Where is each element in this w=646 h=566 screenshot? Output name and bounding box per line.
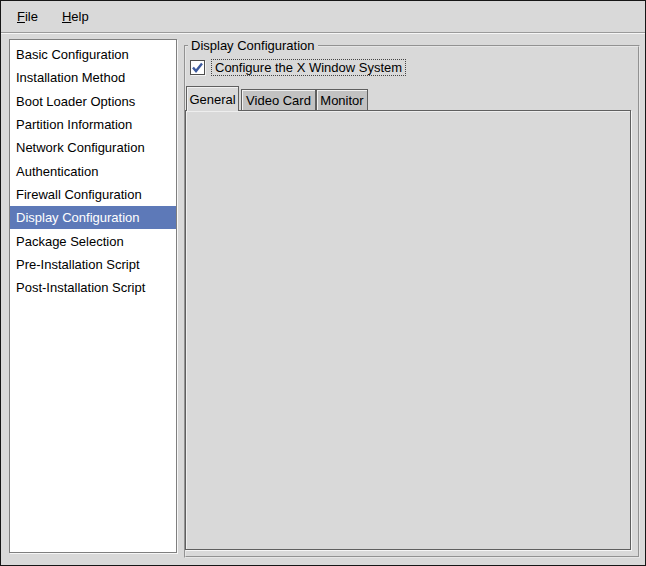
tab-video-card-label: Video Card — [246, 93, 311, 108]
sidebar-item-network-configuration[interactable]: Network Configuration — [10, 136, 176, 159]
menu-help[interactable]: Help — [54, 6, 97, 27]
frame-title: Display Configuration — [188, 38, 318, 53]
menu-file-label: ile — [25, 9, 38, 24]
general-tab-panel — [185, 110, 631, 550]
sidebar-item-partition-information[interactable]: Partition Information — [10, 113, 176, 136]
sidebar-item-package-selection[interactable]: Package Selection — [10, 229, 176, 252]
sidebar-item-display-configuration[interactable]: Display Configuration — [10, 206, 176, 229]
menu-file-mnemonic: F — [17, 9, 25, 24]
menu-help-label: elp — [71, 9, 88, 24]
sidebar-item-authentication[interactable]: Authentication — [10, 159, 176, 182]
category-list: Basic Configuration Installation Method … — [9, 39, 177, 553]
sidebar-item-pre-installation-script[interactable]: Pre-Installation Script — [10, 253, 176, 276]
checkmark-icon — [191, 61, 204, 74]
kickstart-configurator-window: File Help Basic Configuration Installati… — [0, 0, 646, 566]
menu-file[interactable]: File — [9, 6, 46, 27]
tab-monitor[interactable]: Monitor — [316, 89, 368, 110]
tab-video-card[interactable]: Video Card — [241, 89, 316, 110]
sidebar-item-firewall-configuration[interactable]: Firewall Configuration — [10, 183, 176, 206]
configure-x-checkbox[interactable] — [190, 60, 205, 75]
tab-general[interactable]: General — [186, 86, 239, 111]
tab-general-label: General — [189, 92, 235, 107]
sidebar-item-boot-loader-options[interactable]: Boot Loader Options — [10, 90, 176, 113]
tab-monitor-label: Monitor — [320, 93, 363, 108]
configure-x-label: Configure the X Window System — [211, 59, 406, 76]
sidebar-item-post-installation-script[interactable]: Post-Installation Script — [10, 276, 176, 299]
sidebar-item-installation-method[interactable]: Installation Method — [10, 66, 176, 89]
configure-x-row: Configure the X Window System — [190, 59, 406, 76]
menu-help-mnemonic: H — [62, 9, 71, 24]
menu-bar: File Help — [1, 1, 645, 33]
sidebar-item-basic-configuration[interactable]: Basic Configuration — [10, 43, 176, 66]
